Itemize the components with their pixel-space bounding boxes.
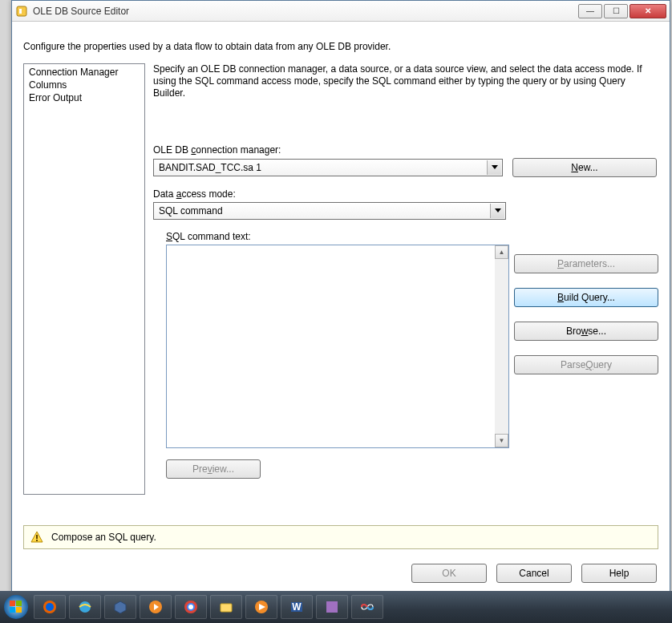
taskbar-app-misc[interactable] [316, 595, 348, 619]
svg-point-20 [188, 605, 193, 609]
config-description: Configure the properties used by a data … [23, 41, 658, 52]
taskbar-app-chrome[interactable] [175, 595, 207, 619]
nav-pane: Connection Manager Columns Error Output [23, 63, 145, 495]
window-buttons: — ☐ ✕ [578, 4, 666, 18]
svg-rect-5 [36, 535, 38, 539]
svg-rect-21 [221, 604, 232, 612]
scroll-up-arrow[interactable]: ▲ [495, 245, 508, 259]
svg-marker-3 [495, 208, 501, 212]
titlebar[interactable]: OLE DB Source Editor — ☐ ✕ [12, 1, 670, 22]
status-bar: Compose an SQL query. [23, 525, 658, 549]
panel-connection-manager: Specify an OLE DB connection manager, a … [153, 63, 658, 495]
dropdown-arrow-icon [490, 204, 504, 218]
warning-icon [30, 531, 43, 544]
nav-item-connection-manager[interactable]: Connection Manager [24, 66, 144, 79]
scroll-down-arrow[interactable]: ▼ [495, 434, 508, 447]
svg-rect-1 [19, 9, 22, 14]
side-buttons: Parameters... Build Query... Browse... P… [514, 254, 658, 374]
nav-item-columns[interactable]: Columns [24, 79, 144, 91]
dialog-window: OLE DB Source Editor — ☐ ✕ Configure the… [11, 0, 670, 593]
taskbar-app-explorer[interactable] [210, 595, 242, 619]
svg-marker-15 [115, 601, 126, 613]
svg-rect-26 [326, 601, 338, 613]
data-access-mode-select[interactable]: SQL command [153, 202, 506, 220]
app-icon [15, 5, 28, 18]
main-area: Connection Manager Columns Error Output … [23, 63, 658, 495]
taskbar[interactable]: W [0, 591, 672, 623]
dialog-content: Configure the properties used by a data … [12, 22, 670, 593]
taskbar-app-word[interactable]: W [281, 595, 313, 619]
help-button[interactable]: Help [581, 564, 657, 583]
nav-item-error-output[interactable]: Error Output [24, 91, 144, 104]
label-connection-manager: OLE DB connection manager: [153, 144, 657, 156]
dialog-buttons: OK Cancel Help [411, 564, 657, 583]
panel-description: Specify an OLE DB connection manager, a … [153, 63, 657, 99]
start-button[interactable] [0, 591, 32, 623]
svg-text:W: W [292, 601, 302, 613]
data-access-mode-value: SQL command [159, 205, 223, 216]
new-connection-button[interactable]: New... [512, 158, 657, 177]
dropdown-arrow-icon [487, 160, 501, 175]
preview-button[interactable]: Preview... [166, 459, 261, 479]
svg-rect-11 [16, 607, 22, 613]
taskbar-app-cube[interactable] [104, 595, 136, 619]
sql-command-textarea[interactable]: ▲ ▼ [166, 245, 509, 448]
taskbar-app-ie[interactable] [69, 595, 101, 619]
parameters-button[interactable]: Parameters... [514, 254, 658, 273]
svg-rect-8 [10, 601, 15, 606]
taskbar-app-infinity[interactable] [351, 595, 383, 619]
parse-query-button[interactable]: Parse Query [514, 355, 658, 374]
svg-rect-10 [10, 607, 15, 613]
close-button[interactable]: ✕ [629, 4, 666, 18]
connection-manager-value: BANDIT.SAD_TCC.sa 1 [159, 162, 261, 173]
maximize-button[interactable]: ☐ [604, 4, 628, 18]
window-title: OLE DB Source Editor [33, 6, 578, 17]
minimize-button[interactable]: — [578, 4, 602, 18]
connection-manager-select[interactable]: BANDIT.SAD_TCC.sa 1 [153, 159, 503, 176]
label-data-access-mode: Data access mode: [153, 188, 657, 200]
vertical-scrollbar[interactable]: ▲ ▼ [495, 245, 508, 447]
browse-button[interactable]: Browse... [514, 322, 658, 341]
status-text: Compose an SQL query. [51, 532, 156, 543]
svg-point-13 [46, 603, 54, 611]
taskbar-app-wmp[interactable] [245, 595, 277, 619]
svg-rect-9 [16, 601, 22, 606]
cancel-button[interactable]: Cancel [496, 564, 572, 583]
build-query-button[interactable]: Build Query... [514, 288, 658, 307]
ok-button[interactable]: OK [411, 564, 487, 583]
svg-rect-6 [36, 540, 38, 541]
svg-point-14 [79, 601, 91, 613]
svg-marker-2 [492, 165, 498, 169]
taskbar-app-media[interactable] [140, 595, 172, 619]
label-sql-command-text: SQL command text: [166, 231, 657, 242]
taskbar-app-firefox[interactable] [34, 595, 66, 619]
